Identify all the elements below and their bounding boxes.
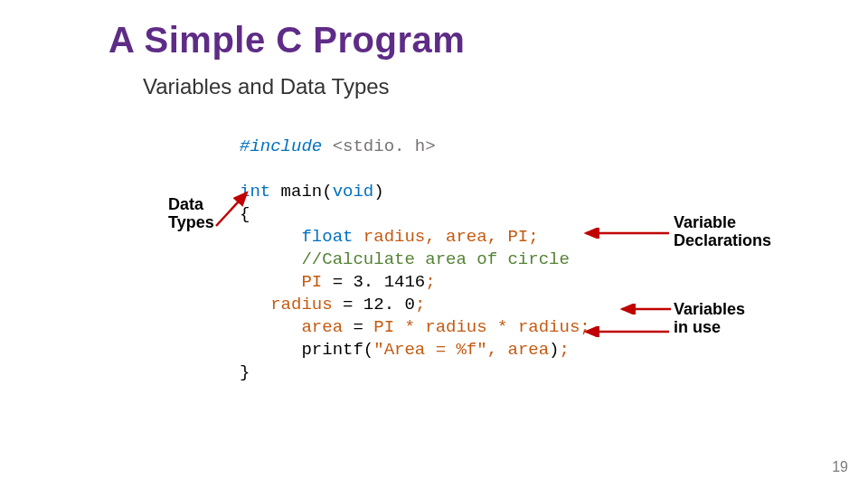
- code-pi-val: 3. 1416: [353, 272, 425, 292]
- label-data-types: Data Types: [168, 195, 214, 231]
- code-void-kw: void: [333, 182, 374, 202]
- code-semi: ;: [560, 340, 570, 360]
- page-number: 19: [832, 459, 848, 475]
- label-variables-in-use: Variables in use: [674, 300, 745, 336]
- code-radius-lhs: radius: [270, 295, 343, 314]
- code-float-kw: float: [301, 227, 363, 247]
- label-data-types-l1: Data: [168, 195, 203, 213]
- label-var-use-l2: in use: [674, 318, 721, 336]
- code-open-brace: {: [240, 204, 250, 224]
- code-lparen: (: [363, 340, 373, 360]
- label-variable-declarations: Variable Declarations: [674, 213, 771, 249]
- code-rparen: ): [373, 182, 383, 202]
- label-var-decl-l1: Variable: [674, 213, 736, 231]
- slide: A Simple C Program Variables and Data Ty…: [0, 0, 868, 488]
- code-main-fn: main: [281, 182, 323, 202]
- label-data-types-l2: Types: [168, 213, 214, 231]
- code-printf-arg: area: [507, 340, 549, 360]
- code-area-lhs: area: [301, 317, 353, 337]
- code-semi: ;: [580, 317, 590, 337]
- code-eq: =: [353, 317, 373, 337]
- code-block: #include <stdio. h> int main(void) { flo…: [240, 136, 590, 384]
- label-var-decl-l2: Declarations: [674, 231, 771, 249]
- code-eq: =: [333, 272, 354, 292]
- code-close-brace: }: [240, 362, 250, 382]
- slide-title: A Simple C Program: [108, 20, 465, 61]
- code-comment: //Calculate area of circle: [301, 249, 569, 269]
- code-decl-vars: radius, area, PI;: [363, 227, 539, 247]
- arrow-var-decl: [579, 228, 678, 239]
- code-lparen: (: [322, 182, 332, 202]
- code-pi-lhs: PI: [301, 272, 332, 292]
- code-radius-val: 12. 0: [363, 295, 415, 314]
- code-semi: ;: [425, 272, 435, 292]
- slide-subtitle: Variables and Data Types: [143, 74, 390, 99]
- code-printf-str: "Area = %f": [373, 340, 486, 360]
- arrow-var-use-1: [615, 304, 678, 314]
- code-int-kw: int: [240, 182, 281, 202]
- code-area-rhs: PI * radius * radius: [373, 317, 580, 337]
- code-semi: ;: [415, 295, 425, 314]
- code-printf-comma: ,: [487, 340, 508, 360]
- code-include-kw: #include: [240, 136, 322, 156]
- code-rparen: ): [549, 340, 559, 360]
- code-include-hdr: <stdio. h>: [333, 136, 436, 156]
- label-var-use-l1: Variables: [674, 300, 745, 318]
- code-printf-fn: printf: [301, 340, 363, 360]
- code-eq: =: [343, 295, 363, 314]
- arrow-var-use-2: [579, 326, 678, 337]
